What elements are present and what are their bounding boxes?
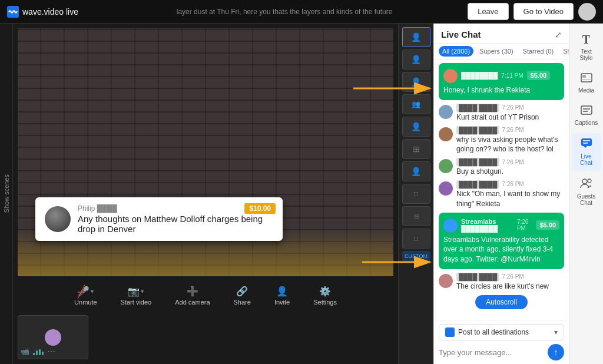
scene-thumb-5[interactable]: 👤	[402, 117, 430, 137]
chat-panel: Live Chat ⤢ All (2806) Supers (30) Starr…	[433, 24, 569, 364]
msg-time-2: 7:26 PM	[502, 127, 524, 133]
live-chat-tool-label: Live Chat	[574, 153, 599, 166]
avatar-4	[439, 181, 453, 196]
super-time-2: 7:26 PM	[517, 219, 533, 231]
text-style-tool-button[interactable]: T Text Style	[572, 28, 601, 66]
header: wave.video live layer dust at Thu Fri, h…	[0, 0, 603, 24]
camera-off-icon: 📷	[128, 286, 140, 297]
super-badge-1: $5.00	[527, 71, 551, 80]
msg-body-5: ████ ████ 7:26 PM The circles are like k…	[456, 273, 564, 292]
guests-chat-icon	[580, 178, 593, 191]
msg-name-1: ████ ████	[456, 104, 499, 112]
chat-footer: Post to all destinations ▾ ↑	[434, 320, 569, 364]
super-msg-header-2: Streamlabs ████████ 7:26 PM $5.00	[443, 217, 559, 233]
wave-logo-icon	[7, 6, 19, 18]
scene-thumb-8[interactable]: □	[402, 184, 430, 204]
super-name-1: ████████	[461, 72, 498, 79]
super-chat-content: Philip ████ Any thoughts on Matthew Doll…	[78, 204, 273, 234]
go-to-video-button[interactable]: Go to Video	[513, 3, 574, 20]
msg-name-2: ████ ████	[456, 126, 499, 134]
super-chat-avatar	[45, 206, 71, 232]
text-style-icon: T	[582, 33, 590, 47]
msg-body-1: ████ ████ 7:26 PM Kurt strait out of YT …	[456, 104, 564, 123]
scene-thumb-3[interactable]: 👤	[402, 72, 430, 92]
msg-text-3: Buy a shotgun.	[456, 167, 564, 177]
msg-text-4: Nick "Oh man, I want to show my thing" R…	[456, 189, 564, 209]
blank-icon: □	[414, 190, 418, 198]
msg-text-5: The circles are like kurt's new	[456, 282, 564, 292]
scene-thumb-2[interactable]: 👤	[402, 49, 430, 70]
super-chat-name: Philip ████	[78, 204, 273, 213]
leave-button[interactable]: Leave	[468, 3, 508, 20]
guests-chat-tool-button[interactable]: Guests Chat	[572, 173, 601, 211]
destination-icon	[445, 327, 455, 337]
share-button[interactable]: 🔗 Share	[229, 283, 256, 308]
add-camera-icon: ➕	[187, 286, 198, 297]
bar-2	[36, 350, 38, 355]
svg-rect-2	[582, 75, 586, 78]
invite-icon-wrap: 👤	[276, 286, 288, 297]
audio-bars	[33, 348, 44, 355]
video-super-chat-overlay: Philip ████ Any thoughts on Matthew Doll…	[35, 197, 283, 241]
svg-point-11	[588, 179, 591, 183]
preview-circle	[45, 329, 61, 346]
show-scenes-label[interactable]: Show scenes	[3, 174, 10, 213]
chat-expand-icon[interactable]: ⤢	[555, 30, 562, 39]
chat-input-row: ↑	[439, 344, 564, 360]
bar-4	[42, 352, 44, 355]
logo-area: wave.video live	[7, 6, 101, 18]
scene-thumb-6[interactable]: ⊞	[402, 139, 430, 159]
captions-label: Captions	[575, 120, 598, 126]
chat-message-4: ████ ████ 7:26 PM Nick "Oh man, I want t…	[439, 180, 564, 209]
msg-meta-3: ████ ████ 7:26 PM	[456, 158, 564, 166]
chat-destination-selector[interactable]: Post to all destinations ▾	[439, 324, 564, 340]
chat-tab-starred[interactable]: Starred (0)	[519, 46, 558, 57]
msg-body-3: ████ ████ 7:26 PM Buy a shotgun.	[456, 158, 564, 177]
super-name-2: Streamlabs ████████	[461, 218, 513, 232]
custom-scene-button[interactable]: CUSTOM	[402, 251, 430, 262]
avatar-3	[439, 159, 453, 173]
captions-tool-button[interactable]: Captions	[572, 101, 601, 131]
unmute-button[interactable]: 🎤 ╱ ▾ Unmute	[69, 283, 102, 308]
main-area: Show scenes Philip ████ Any thoughts on …	[0, 24, 603, 364]
chat-send-button[interactable]: ↑	[548, 344, 564, 360]
settings-icon-wrap: ⚙️	[319, 286, 331, 297]
media-label: Media	[578, 87, 594, 94]
chat-messages: ████████ 7:11 PM $5.00 Honey, I shrunk t…	[434, 59, 569, 320]
live-chat-tool-button[interactable]: Live Chat	[572, 133, 601, 171]
person-icon-1: 👤	[411, 32, 421, 42]
start-video-button[interactable]: 📷 ▾ Start video	[116, 283, 157, 308]
user-avatar-button[interactable]	[578, 3, 596, 21]
msg-meta-2: ████ ████ 7:26 PM	[456, 126, 564, 134]
invite-button[interactable]: 👤 Invite	[270, 283, 294, 308]
autoscroll-button[interactable]: Autoscroll	[475, 295, 528, 309]
more-options-icon[interactable]: ⋯	[47, 347, 55, 356]
chat-message-super-1: ████████ 7:11 PM $5.00 Honey, I shrunk t…	[439, 63, 564, 100]
two-persons-icon: 👥	[412, 100, 420, 108]
chat-tab-all[interactable]: All (2806)	[439, 46, 473, 57]
unmute-chevron: ▾	[91, 288, 94, 294]
settings-button[interactable]: ⚙️ Settings	[309, 283, 342, 308]
msg-time-4: 7:26 PM	[502, 181, 524, 187]
scene-thumb-7[interactable]: 👤	[402, 161, 430, 181]
add-camera-button[interactable]: ➕ Add camera	[170, 283, 214, 308]
person-icon-5: 👤	[411, 122, 421, 131]
chat-tab-supers[interactable]: Supers (30)	[476, 46, 516, 57]
media-tool-button[interactable]: Media	[572, 68, 601, 98]
super-chat-message: Any thoughts on Matthew Dolloff charges …	[78, 214, 273, 234]
chat-tab-showr[interactable]: Showrr	[559, 46, 569, 57]
chat-header: Live Chat ⤢	[434, 24, 569, 44]
bar-1	[33, 353, 35, 355]
msg-text-1: Kurt strait out of YT Prison	[456, 112, 564, 123]
share-icon-wrap: 🔗	[236, 286, 248, 297]
scene-thumb-10[interactable]: □	[402, 229, 430, 249]
scene-thumb-1[interactable]: 👤	[402, 27, 430, 47]
scene-thumb-9[interactable]: ⊟	[402, 206, 430, 226]
scene-thumb-4[interactable]: 👥	[402, 94, 430, 114]
super-text-1: Honey, I shrunk the Rekieta	[443, 85, 530, 95]
super-avatar-1	[443, 69, 458, 83]
chat-message-input[interactable]	[439, 348, 544, 357]
msg-body-2: ████ ████ 7:26 PM why is viva asking peo…	[456, 126, 564, 155]
destination-chevron-icon: ▾	[554, 328, 558, 336]
header-actions: Leave Go to Video	[468, 3, 596, 21]
